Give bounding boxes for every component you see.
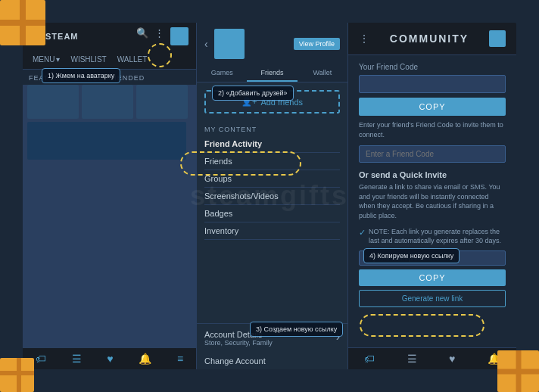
annotation-step3: 3) Создаем новую ссылку <box>250 322 343 337</box>
my-content-label: MY CONTENT <box>197 121 347 135</box>
copy-button-1[interactable]: COPY <box>359 98 506 116</box>
community-header: ⋮ COMMUNITY <box>348 23 516 55</box>
friend-code-input[interactable] <box>359 75 506 93</box>
gift-box-bottom-left <box>0 358 34 392</box>
list-item-friend-activity[interactable]: Friend Activity <box>204 135 340 153</box>
featured-images <box>23 85 196 119</box>
tab-games[interactable]: Games <box>197 65 247 82</box>
featured-image-3 <box>136 85 188 119</box>
generate-link-button[interactable]: Generate new link <box>359 290 506 307</box>
nav-heart-icon[interactable]: ♥ <box>107 353 113 365</box>
invite-description: Enter your friend's Friend Code to invit… <box>359 120 506 139</box>
generate-link-highlight <box>360 314 484 337</box>
avatar[interactable] <box>170 27 188 45</box>
community-menu-icon[interactable]: ⋮ <box>359 33 369 45</box>
profile-avatar <box>214 29 245 59</box>
back-arrow-icon[interactable]: ‹ <box>204 38 208 50</box>
left-bottom-nav: 🏷 ☰ ♥ 🔔 ≡ <box>23 347 196 369</box>
community-avatar[interactable] <box>489 30 506 47</box>
nav-list-icon[interactable]: ☰ <box>72 353 82 365</box>
annotation-step1: 1) Жмем на аватарку <box>42 68 120 83</box>
nav-bell-icon[interactable]: 🔔 <box>139 353 151 365</box>
gift-box-top-left <box>0 0 45 45</box>
nav-wishlist[interactable]: WISHLIST <box>67 53 110 66</box>
quick-invite-label: Or send a Quick Invite <box>359 170 506 179</box>
view-profile-button[interactable]: View Profile <box>294 38 340 50</box>
community-nav-heart-icon[interactable]: ♥ <box>449 353 455 365</box>
community-content: Your Friend Code COPY Enter your friend'… <box>348 55 516 347</box>
annotation-step4: 4) Копируем новую ссылку <box>363 248 460 263</box>
tab-wallet[interactable]: Wallet <box>298 65 347 82</box>
community-bottom-nav: 🏷 ☰ ♥ 🔔 <box>348 347 516 369</box>
profile-tabs: Games Friends Wallet <box>197 65 347 82</box>
annotation-step2: 2) «Добавить друзей» <box>212 86 294 101</box>
community-nav-list-icon[interactable]: ☰ <box>407 353 417 365</box>
account-sub: Store, Security, Family <box>204 339 340 347</box>
nav-menu-label: MENU <box>33 55 55 64</box>
copy-button-2[interactable]: COPY <box>359 269 506 286</box>
change-account-item[interactable]: Change Account <box>197 353 347 369</box>
check-icon: ✓ <box>359 227 366 238</box>
featured-image-1 <box>27 85 79 119</box>
list-item-screenshots[interactable]: Screenshots/Videos <box>204 188 340 205</box>
steam-logo-text: STEAM <box>45 32 79 41</box>
tab-friends[interactable]: Friends <box>247 65 297 82</box>
list-item-badges[interactable]: Badges <box>204 205 340 222</box>
profile-popup-panel: ‹ View Profile Games Friends Wallet 👤+ A… <box>197 23 348 369</box>
gift-box-bottom-right <box>497 350 539 392</box>
nav-tag-icon[interactable]: 🏷 <box>36 353 46 365</box>
quick-invite-description: Generate a link to share via email or SM… <box>359 182 506 220</box>
left-content-area: FEATURED & RECOMMENDED <box>23 70 196 347</box>
avatar-highlight-circle <box>148 43 172 67</box>
list-item-inventory[interactable]: Inventory <box>204 222 340 240</box>
enter-friend-code-input[interactable] <box>359 145 506 163</box>
steam-header: STEAM 🔍 ⋮ <box>23 23 196 50</box>
nav-menu-chevron: ▾ <box>56 55 60 64</box>
friend-code-label: Your Friend Code <box>359 63 506 71</box>
note-text: ✓ NOTE: Each link you generate replaces … <box>359 227 506 246</box>
community-nav-tag-icon[interactable]: 🏷 <box>364 353 375 365</box>
nav-hamburger-icon[interactable]: ≡ <box>177 353 183 365</box>
nav-wallet-label: WALLET <box>117 55 148 64</box>
nav-wallet[interactable]: WALLET <box>114 53 151 66</box>
search-icon[interactable]: 🔍 <box>136 27 148 45</box>
community-title: COMMUNITY <box>369 33 489 45</box>
nav-wishlist-label: WISHLIST <box>70 55 106 64</box>
add-friends-highlight <box>180 151 301 176</box>
nav-menu[interactable]: MENU ▾ <box>29 53 64 66</box>
note-content: NOTE: Each link you generate replaces th… <box>369 227 506 246</box>
featured-image-wide <box>27 122 186 160</box>
featured-image-2 <box>82 85 133 119</box>
profile-header: ‹ View Profile <box>197 23 347 65</box>
